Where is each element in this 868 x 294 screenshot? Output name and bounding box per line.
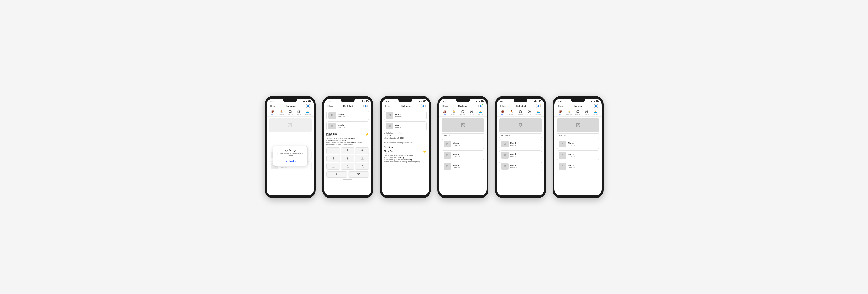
match-thumb-icon-2b: 🖼 (331, 125, 333, 127)
tab-swimming-5[interactable]: 🏊 Swimming (534, 110, 542, 116)
tab-athletics-4[interactable]: 🏃 Athletics (450, 110, 458, 116)
promo-label-5: Promotion (499, 134, 542, 138)
soccer-icon-4: ⚽ (470, 110, 473, 113)
banner-icon-4: 🖼 (461, 123, 465, 127)
swimming-icon-5: 🏊 (536, 110, 540, 113)
status-icons-3: ▲ (418, 100, 426, 102)
time-3: 18:31 (385, 100, 389, 102)
key-6[interactable]: 6MNO (355, 155, 369, 162)
match-title-6c: Match (568, 164, 575, 167)
tab-afl-4[interactable]: 🏈 AFL (441, 110, 450, 116)
nav-tabs-4: 🏈 AFL 🏃 Athletics 🎧 e-sports ⚽ Soccer 🏊 (439, 109, 487, 117)
key-1[interactable]: 1 (327, 147, 340, 154)
confirm-summary-3: In the last month, you've: Bet: $300 wit… (384, 132, 427, 144)
offers-link-6[interactable]: Offers (558, 105, 563, 107)
place-bet-header-2: Place Bet (327, 133, 362, 135)
match-card-5a[interactable]: 🖼 Match Odds: 7:1 (499, 139, 542, 149)
banner-icon-6: 🖼 (576, 123, 580, 127)
swimming-label-1: Swimming (305, 114, 311, 115)
match-card-6c[interactable]: 🖼 Match Odds: 7:1 (557, 161, 599, 171)
key-9[interactable]: 9WXYZ (355, 163, 369, 170)
offers-link-4[interactable]: Offers (442, 105, 448, 107)
tab-afl-6[interactable]: 🏈 AFL (556, 110, 565, 116)
match-card-5b[interactable]: 🖼 Match Odds: 7:1 (499, 150, 542, 160)
esports-label-1: e-sports (288, 114, 293, 115)
match-thumb-5a: 🖼 (501, 141, 508, 147)
avatar-4[interactable]: 👤 (478, 104, 483, 108)
phone-6: 18:31 ▲ Offers Ballsbet (553, 96, 603, 198)
tab-swimming-4[interactable]: 🏊 Swimming (476, 110, 485, 116)
match-card-2a[interactable]: 🖼 Match Odds: 7:1 (327, 111, 369, 120)
bar-handle-2 (343, 179, 352, 180)
key-2[interactable]: 2ABC (341, 147, 354, 154)
match-thumb-2b: 🖼 (329, 123, 336, 129)
content-5: 🖼 Promotion 🖼 Match Odds: 7:1 🖼 (497, 117, 544, 196)
key-7[interactable]: 7PQRS (327, 163, 340, 170)
match-odds-5c: Odds: 7:1 (510, 167, 518, 169)
match-info-5a: Match Odds: 7:1 (510, 142, 518, 146)
key-zero[interactable]: 0 (327, 171, 347, 178)
offers-link-5[interactable]: Offers (500, 105, 506, 107)
match-card-5c[interactable]: 🖼 Match Odds: 7:1 (499, 161, 542, 171)
match-info-2a: Match Odds: 7:1 (338, 113, 345, 118)
screen-5: 18:31 ▲ Offers Ballsbet (497, 99, 544, 196)
tab-athletics-6[interactable]: 🏃 Athletics (565, 110, 574, 116)
key-8[interactable]: 8TUV (341, 163, 354, 170)
tab-athletics-5[interactable]: 🏃 Athletics (507, 110, 516, 116)
avatar-1[interactable]: 👤 (306, 104, 310, 108)
banner-5: 🖼 (499, 118, 542, 133)
avatar-2[interactable]: 👤 (363, 104, 368, 108)
key-4[interactable]: 4GHI (327, 155, 340, 162)
match-title-6a: Match (568, 142, 575, 144)
tab-swimming-6[interactable]: 🏊 Swimming (591, 110, 600, 116)
match-odds-2a: Odds: 7:1 (338, 116, 345, 118)
match-thumb-6a: 🖼 (559, 141, 566, 147)
offers-link-1[interactable]: Offers (270, 105, 275, 107)
match-card-3b[interactable]: 🖼 Match Odds: 7:1 (384, 121, 427, 131)
phones-container: 18:31 ▲ Offers Ballsbet (265, 96, 603, 198)
match-card-4b[interactable]: 🖼 Match Odds: 7:1 (441, 150, 484, 160)
tab-athletics-1[interactable]: 🏃 Athletics (277, 110, 285, 116)
offers-link-2[interactable]: Offers (327, 105, 333, 107)
afl-label-6: AFL (559, 114, 561, 115)
match-info-2b: Match Odds: 7:1 (338, 124, 345, 128)
tab-swimming-1[interactable]: 🏊 Swimming (303, 110, 312, 116)
avatar-6[interactable]: 👤 (594, 104, 598, 108)
avatar-5[interactable]: 👤 (536, 104, 541, 108)
match-card-2b[interactable]: 🖼 Match Odds: 7:1 (327, 121, 369, 131)
tab-soccer-5[interactable]: ⚽ Soccer (525, 110, 534, 116)
tab-soccer-6[interactable]: ⚽ Soccer (583, 110, 591, 116)
app-title-4: Ballsbet (458, 105, 468, 107)
header-6: Offers Ballsbet 👤 (554, 103, 602, 109)
match-card-6b[interactable]: 🖼 Match Odds: 7:1 (557, 150, 599, 160)
afl-icon-5: 🏈 (501, 110, 504, 113)
tab-soccer-1[interactable]: ⚽ Soccer (294, 110, 303, 116)
tab-esports-6[interactable]: 🎧 e-sports (574, 110, 582, 116)
tab-soccer-4[interactable]: ⚽ Soccer (467, 110, 476, 116)
match-card-4c[interactable]: 🖼 Match Odds: 7:1 (441, 161, 484, 171)
bet-odds-2: Odds: 7:1 (327, 135, 362, 137)
match-title-5c: Match (510, 164, 518, 167)
match-card-3a[interactable]: 🖼 Match Odds: 7:1 (384, 111, 427, 120)
avatar-3[interactable]: 👤 (421, 104, 426, 108)
match-card-4a[interactable]: 🖼 Match Odds: 7:1 (441, 139, 484, 149)
swimming-icon-6: 🏊 (594, 110, 597, 113)
tab-afl-5[interactable]: 🏈 AFL (498, 110, 507, 116)
tab-afl-1[interactable]: 🏈 AFL (268, 110, 277, 116)
banner-icon-5: 🖼 (518, 123, 523, 127)
match-thumb-icon-5c: 🖼 (504, 165, 506, 168)
key-delete[interactable]: ⌫ (348, 171, 369, 178)
match-title-5a: Match (510, 142, 518, 144)
esports-icon-6: 🎧 (576, 110, 580, 113)
ok-thanks-button[interactable]: OK, thanks (285, 160, 296, 163)
offers-link-3[interactable]: Offers (385, 105, 391, 107)
tab-esports-5[interactable]: 🎧 e-sports (516, 110, 525, 116)
match-card-6a[interactable]: 🖼 Match Odds: 7:1 (557, 139, 599, 149)
soccer-label-6: Soccer (585, 114, 589, 115)
app-title-6: Ballsbet (574, 105, 583, 107)
tab-esports-1[interactable]: 🎧 e-sports (285, 110, 294, 116)
screen-1: 18:31 ▲ Offers Ballsbet (267, 99, 314, 196)
tab-esports-4[interactable]: 🎧 e-sports (458, 110, 467, 116)
key-5[interactable]: 5JKL (341, 155, 354, 162)
key-3[interactable]: 3DEF (355, 147, 369, 154)
